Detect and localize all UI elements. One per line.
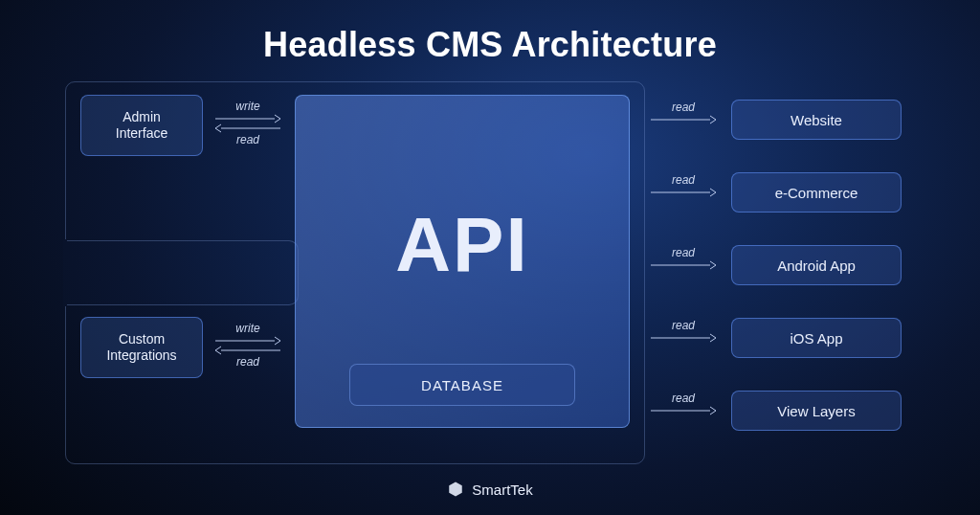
brand-logo: SmartTek [0,481,980,498]
custom-integrations-box: Custom Integrations [80,317,203,378]
consumer-label: Website [791,112,842,128]
consumer-label: View Layers [777,403,855,419]
admin-api-arrows: write read [212,100,283,147]
custom-label: Custom Integrations [106,331,176,365]
arrow-left-icon [213,346,282,355]
read-label: read [672,101,695,114]
read-label: read [672,173,695,187]
arrow-right-icon [649,115,718,124]
read-arrow: read [647,173,720,197]
database-label: DATABASE [421,377,503,393]
admin-interface-box: Admin Interface [80,95,203,156]
read-label: read [672,246,695,259]
cube-icon [447,481,464,498]
arrow-right-icon [213,336,282,346]
admin-label: Admin Interface [116,109,167,143]
read-label: read [236,355,259,369]
read-arrow: read [647,246,720,270]
api-box: API DATABASE [295,95,630,428]
diagram-title: Headless CMS Architecture [0,25,980,65]
brand-name: SmartTek [472,481,532,498]
consumer-website: Website [731,100,902,140]
arrow-right-icon [649,260,718,270]
custom-api-arrows: write read [212,322,283,369]
arrow-left-icon [213,123,282,133]
read-label: read [236,133,259,146]
consumer-ios: iOS App [731,318,902,358]
consumer-ecommerce: e-Commerce [731,172,902,213]
consumer-label: iOS App [790,330,842,347]
database-box: DATABASE [349,364,575,406]
write-label: write [235,100,259,113]
arrow-right-icon [213,114,282,123]
consumer-android: Android App [731,245,902,285]
arrow-right-icon [649,406,718,415]
frame-notch [65,240,299,305]
read-label: read [672,319,695,332]
read-arrow: read [647,101,720,124]
read-arrow: read [647,392,720,415]
arrow-right-icon [649,188,718,197]
write-label: write [235,322,259,335]
consumer-viewlayers: View Layers [731,391,902,431]
read-arrow: read [647,319,720,343]
api-label: API [296,201,629,289]
consumer-label: e-Commerce [775,185,858,201]
read-label: read [672,392,695,405]
consumer-label: Android App [777,258,856,274]
arrow-right-icon [649,333,718,343]
